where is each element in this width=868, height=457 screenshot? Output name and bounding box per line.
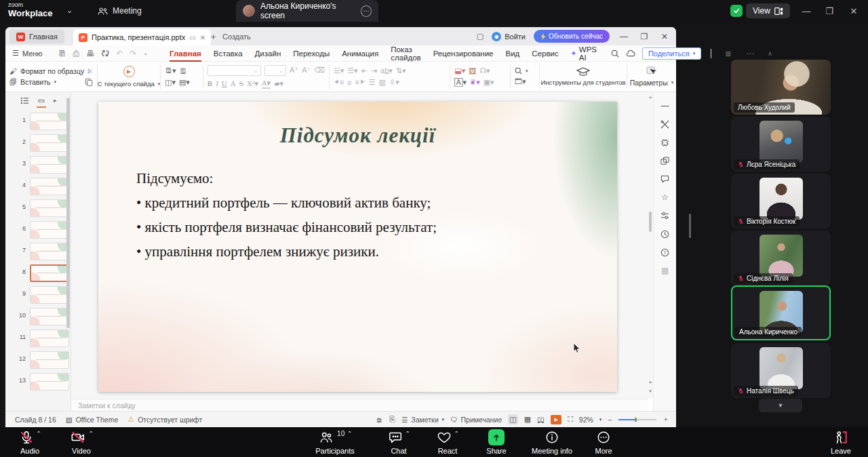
find-icon[interactable] — [515, 67, 522, 75]
ribbon-tab-insert[interactable]: Вставка — [208, 45, 249, 62]
export-icon[interactable]: ⎙ — [70, 49, 83, 58]
insert-textbox-icon[interactable]: 🄰▾ — [454, 78, 467, 87]
participants-chevron-icon[interactable]: ⌃ — [347, 431, 352, 437]
tab-close-icon[interactable]: ✕ — [200, 34, 205, 41]
participant-tile[interactable]: Любовь Худолий — [731, 60, 831, 115]
zoom-in-button[interactable]: ＋ — [663, 415, 670, 424]
share-document-button[interactable]: Поделиться ▾ — [642, 47, 701, 60]
wps-close-button[interactable]: ✕ — [658, 32, 671, 41]
vertical-align-icon[interactable]: ⇳▾ — [389, 78, 399, 87]
split-window-icon[interactable]: ▢ — [477, 32, 484, 41]
participants-button[interactable]: 10 ⌃ Participants — [308, 429, 362, 455]
slide-thumbnail-1[interactable] — [30, 113, 69, 130]
reading-view-icon[interactable]: 🕮 — [537, 416, 545, 424]
comment-icon[interactable] — [660, 174, 671, 184]
zoom-slider-handle[interactable] — [635, 418, 637, 422]
apps-grid-icon[interactable]: ▦ — [660, 265, 671, 276]
more-history-chevron-icon[interactable]: ⌄ — [140, 50, 151, 56]
strikethrough-button[interactable]: S — [239, 79, 243, 87]
wps-home-tab[interactable]: W Главная — [9, 30, 64, 43]
comment-toggle[interactable]: 🗨Примечание — [450, 416, 502, 424]
ribbon-tab-tools[interactable]: Сервис — [526, 45, 564, 62]
audio-button[interactable]: ⌃ Audio — [3, 429, 57, 455]
slide-thumbnail-3[interactable] — [30, 156, 69, 174]
font-size-select[interactable]: ⌄ — [264, 65, 286, 76]
slide-thumbnail-4[interactable] — [30, 178, 69, 195]
insert-picture-icon[interactable]: 🖼 — [469, 67, 476, 75]
student-tools-button[interactable]: Инструменты для студентов — [540, 62, 627, 92]
ribbon-tab-wps-ai[interactable]: WPS AI — [565, 45, 605, 62]
participant-tile-active-speaker[interactable]: Альона Кириченко — [731, 285, 831, 340]
outline-view-icon[interactable] — [20, 97, 29, 104]
login-button[interactable]: ☻ Войти — [492, 32, 526, 41]
redo-icon[interactable]: ↷ — [126, 49, 140, 58]
settings-sliders-icon[interactable] — [660, 210, 671, 221]
new-slide-icon[interactable]: 🖺▾ — [165, 66, 176, 75]
ribbon-tab-view[interactable]: Вид — [500, 45, 526, 62]
collapse-sidebar-icon[interactable]: — — [660, 100, 671, 111]
save-icon[interactable]: 🖹 — [55, 49, 70, 58]
slide-thumbnail-8-selected[interactable] — [30, 264, 69, 282]
sticky-note-icon[interactable]: 🗉 — [721, 49, 736, 58]
ribbon-tab-review[interactable]: Рецензирование — [427, 45, 500, 62]
chat-button[interactable]: ⌃ Chat — [372, 429, 426, 455]
slide-thumbnail-5[interactable] — [30, 199, 69, 217]
slide-thumbnail-9[interactable] — [30, 286, 69, 304]
slide-layout-icon[interactable]: ◫▾ — [165, 78, 176, 87]
bold-button[interactable]: B — [208, 79, 212, 87]
previous-slide-icon[interactable]: ▲ — [648, 380, 653, 384]
text-direction-icon[interactable]: ab̲▾ — [380, 66, 393, 75]
slide-thumbnail-11[interactable] — [30, 330, 69, 347]
theme-indicator[interactable]: ▧Office Theme — [66, 416, 119, 424]
insert-frame-icon[interactable]: ▣▾ — [484, 78, 494, 87]
shapes-icon[interactable] — [660, 155, 671, 166]
favorites-star-icon[interactable]: ☆ — [660, 192, 671, 203]
normal-view-icon[interactable]: ◫ — [508, 414, 517, 424]
clear-format-icon[interactable]: ⌫ — [314, 66, 325, 75]
participant-tile[interactable]: Лєра Ясеніцька — [731, 117, 831, 172]
slide-thumbnail-6[interactable] — [30, 221, 69, 239]
more-button[interactable]: More — [576, 429, 631, 455]
effects-icon[interactable] — [660, 137, 671, 148]
play-from-current-slide-button[interactable]: ▶ С текущего слайда▾ — [98, 62, 160, 92]
undo-icon[interactable]: ↶ — [113, 49, 126, 58]
bullet-list-icon[interactable]: ☱▾ — [334, 66, 344, 75]
superscript-button[interactable]: X²▾ — [247, 79, 258, 88]
font-warning[interactable]: ⚠Отсутствует шрифт — [127, 415, 202, 424]
ribbon-tab-slideshow[interactable]: Показ слайдов — [384, 45, 427, 62]
insert-avatar-icon[interactable]: ☊▾ — [479, 66, 490, 75]
participant-tile[interactable]: Наталія Швець — [731, 343, 831, 398]
ribbon-tab-design[interactable]: Дизайн — [249, 45, 288, 62]
font-color-button[interactable]: A▾ — [262, 79, 271, 89]
video-options-chevron-icon[interactable]: ⌃ — [89, 431, 94, 437]
ribbon-search-icon[interactable] — [605, 45, 625, 62]
tools-icon[interactable] — [660, 119, 671, 130]
slide[interactable]: Підсумок лекції Підсумуємо: • кредитний … — [98, 102, 617, 392]
notes-toggle[interactable]: ☰Заметки▾ — [401, 416, 444, 424]
chat-chevron-icon[interactable]: ⌃ — [406, 431, 410, 437]
columns-icon[interactable]: ▥ — [379, 78, 386, 87]
increase-font-icon[interactable]: A⁺ — [290, 66, 298, 75]
canvas-vertical-scrollbar[interactable]: ▲ ▲ ▼ — [648, 92, 653, 399]
leave-button[interactable]: Leave — [814, 429, 868, 455]
panel-resize-handle[interactable] — [689, 214, 691, 238]
zoom-out-button[interactable]: − — [608, 416, 612, 424]
tab-shared-screen[interactable]: Альона Кириченко's screen ⋯ — [236, 0, 378, 22]
slide-thumbnail-7[interactable] — [30, 243, 69, 260]
decrease-font-icon[interactable]: A⁻ — [302, 66, 311, 75]
window-maximize-button[interactable]: ❐ — [818, 0, 841, 22]
wps-create-tab[interactable]: ＋ Создать — [209, 27, 251, 45]
align-center-icon[interactable]: ≡ — [347, 79, 351, 87]
slide-section-icon[interactable]: ▤▾ — [179, 78, 190, 87]
align-right-icon[interactable]: ≡⯈ — [355, 78, 365, 87]
slide-thumbnail-10[interactable] — [30, 308, 69, 325]
thumbnail-scrollbar[interactable] — [66, 98, 70, 328]
italic-button[interactable]: I — [216, 79, 218, 87]
notes-panel-toggle-icon[interactable]: 🗈 — [376, 416, 383, 424]
char-spacing-button[interactable]: A — [231, 79, 236, 87]
underline-button[interactable]: U — [222, 79, 227, 87]
cloud-sync-icon[interactable] — [625, 49, 635, 57]
slide-thumbnail-2[interactable] — [30, 134, 69, 152]
security-shield-icon[interactable] — [730, 5, 743, 17]
ribbon-tab-transitions[interactable]: Переходы — [287, 45, 336, 62]
